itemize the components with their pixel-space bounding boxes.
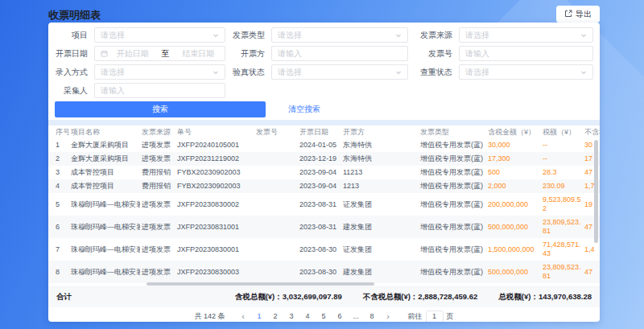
date-start-placeholder[interactable]: 开始日期 — [112, 48, 154, 60]
search-button[interactable]: 搜索 — [55, 101, 266, 117]
table-cell: 2 — [48, 152, 69, 166]
invoice-type-select[interactable]: 请选择 — [271, 27, 408, 43]
goto-page-input[interactable] — [426, 310, 444, 323]
table-cell: 珠穆朗玛峰—电梯安装 — [69, 193, 140, 216]
table-cell: 东海特供 — [341, 152, 419, 166]
invoice-no-input[interactable] — [465, 49, 587, 58]
table-cell: 23,809,523.81 — [541, 216, 583, 238]
page-button[interactable]: 6 — [334, 310, 346, 323]
page-button[interactable]: 4 — [302, 310, 314, 323]
export-button[interactable]: 导出 — [556, 6, 600, 23]
table-cell: 2,000 — [486, 179, 541, 193]
table-cell: 进项发票 — [140, 193, 175, 216]
issuer-input[interactable] — [278, 49, 402, 58]
table-row: 6珠穆朗玛峰—电梯安装进项发票JXFP202308310012023-08-31… — [48, 216, 600, 238]
filter-label-invoice-date: 开票日期 — [52, 48, 94, 60]
table-cell: 进项发票 — [140, 261, 175, 283]
issuer-input-wrap[interactable] — [271, 46, 408, 61]
table-row: 4成本管控项目费用报销FYBX202309020032023-09-041213… — [48, 179, 600, 193]
table-cell: 进项发票 — [140, 216, 175, 238]
table-header-cell: 发票类型 — [419, 125, 486, 138]
table-row: 2金辉大厦采购项目进项发票JXFP202312190022023-12-19东海… — [48, 152, 600, 166]
invoice-no-input-wrap[interactable] — [459, 46, 593, 61]
table-cell: 1 — [48, 138, 69, 152]
table-cell — [254, 152, 298, 166]
table-header-cell: 发票号 — [254, 125, 298, 138]
page-button[interactable]: 2 — [270, 310, 282, 323]
filter-label-issuer: 开票方 — [225, 48, 271, 60]
collector-input[interactable] — [101, 86, 219, 95]
chevron-down-icon — [213, 32, 219, 39]
table-cell: 珠穆朗玛峰—电梯安装 — [69, 261, 140, 283]
select-placeholder: 请选择 — [101, 30, 125, 41]
select-placeholder: 请选择 — [278, 30, 302, 41]
next-page-button[interactable]: › — [382, 310, 394, 323]
chevron-down-icon — [395, 69, 402, 76]
table-cell: 增值税专用发票(蓝) — [419, 193, 486, 216]
table-cell: 进项发票 — [140, 138, 175, 152]
table-row: 1金辉大厦采购项目进项发票JXFP202401050012024-01-05东海… — [48, 138, 600, 152]
table-cell — [254, 216, 298, 238]
date-end-placeholder[interactable]: 结束日期 — [178, 48, 220, 60]
table-cell: 47 — [583, 261, 600, 283]
filter-label-invoice-type: 发票类型 — [225, 30, 271, 41]
total-with-tax: 含税总额(¥)：3,032,699,097.89 — [235, 292, 342, 302]
invoice-source-select[interactable]: 请选择 — [459, 27, 593, 43]
table-cell: 5 — [48, 193, 69, 216]
table-cell: 17,300 — [486, 152, 541, 166]
page-button[interactable]: 3 — [286, 310, 298, 323]
table-cell: JXFP20231219002 — [175, 152, 254, 166]
verify-status-select[interactable]: 请选择 — [271, 64, 408, 80]
table-header-cell: 税额（¥） — [541, 125, 583, 138]
filter-label-invoice-source: 发票来源 — [408, 30, 459, 41]
select-placeholder: 请选择 — [465, 67, 489, 78]
table-cell: 东海特供 — [341, 138, 419, 152]
table-cell: 金辉大厦采购项目 — [69, 138, 140, 152]
table-cell: 2023-12-19 — [298, 152, 341, 166]
page-ellipsis: ... — [350, 310, 362, 323]
chevron-down-icon — [580, 69, 587, 76]
table-cell: JXFP20230830003 — [175, 261, 254, 283]
table-cell: 增值税专用发票(蓝) — [419, 138, 486, 152]
export-icon — [564, 10, 572, 19]
table-cell: JXFP20230831001 — [175, 216, 254, 238]
page-buttons: 123456...8 — [254, 310, 378, 323]
table-cell: 证发集团 — [341, 238, 419, 261]
project-select[interactable]: 请选择 — [94, 27, 225, 43]
total-count: 共 142 条 — [194, 311, 225, 322]
table-cell: 2023-08-30 — [298, 238, 341, 261]
table-cell: 3 — [48, 166, 69, 179]
pagination: 共 142 条 ‹ 123456...8 › 前往 页 — [48, 307, 600, 322]
table-cell: 进项发票 — [140, 238, 175, 261]
table-cell: 进项发票 — [140, 152, 175, 166]
table-row: 3成本管控项目费用报销FYBX202309020032023-09-041121… — [48, 166, 600, 179]
invoice-date-range-picker[interactable]: 开始日期 至 结束日期 — [94, 46, 225, 61]
table-cell — [254, 193, 298, 216]
page-button[interactable]: 8 — [366, 310, 378, 323]
page-button[interactable]: 1 — [254, 310, 266, 323]
filter-label-entry-method: 录入方式 — [52, 67, 94, 78]
dup-status-select[interactable]: 请选择 — [459, 64, 593, 80]
vertical-scrollbar[interactable] — [594, 140, 598, 243]
table-cell: 金辉大厦采购项目 — [69, 152, 140, 166]
table-cell: 23,809,523.81 — [541, 261, 583, 283]
entry-method-select[interactable]: 请选择 — [94, 64, 225, 80]
report-card: 项目 请选择 发票类型 请选择 发票来源 请选择 开票日期 开始日期 至 结束日… — [48, 23, 600, 322]
page-title: 收票明细表 — [48, 8, 101, 23]
table-body: 1金辉大厦采购项目进项发票JXFP202401050012024-01-05东海… — [48, 138, 600, 283]
page-button[interactable]: 5 — [318, 310, 330, 323]
table-cell: 500,000,000 — [486, 261, 541, 283]
invoice-table: 序号项目名称发票来源单号发票号开票日期开票方发票类型含税金额（¥）税额（¥）不含… — [48, 125, 600, 283]
clear-search-link[interactable]: 清空搜索 — [288, 104, 320, 115]
table-header-cell: 单号 — [175, 125, 254, 138]
table-cell: JXFP20230830002 — [175, 193, 254, 216]
horizontal-scrollbar[interactable] — [147, 282, 374, 286]
table-cell: 2023-09-04 — [298, 179, 341, 193]
table-cell: JXFP20230830001 — [175, 238, 254, 261]
table-cell: 230.09 — [541, 179, 583, 193]
date-range-separator: 至 — [162, 48, 170, 60]
prev-page-button[interactable]: ‹ — [237, 310, 250, 323]
table-cell: 增值税专用发票(蓝) — [419, 152, 486, 166]
table-header-cell: 含税金额（¥） — [486, 125, 541, 138]
collector-input-wrap[interactable] — [94, 83, 225, 98]
